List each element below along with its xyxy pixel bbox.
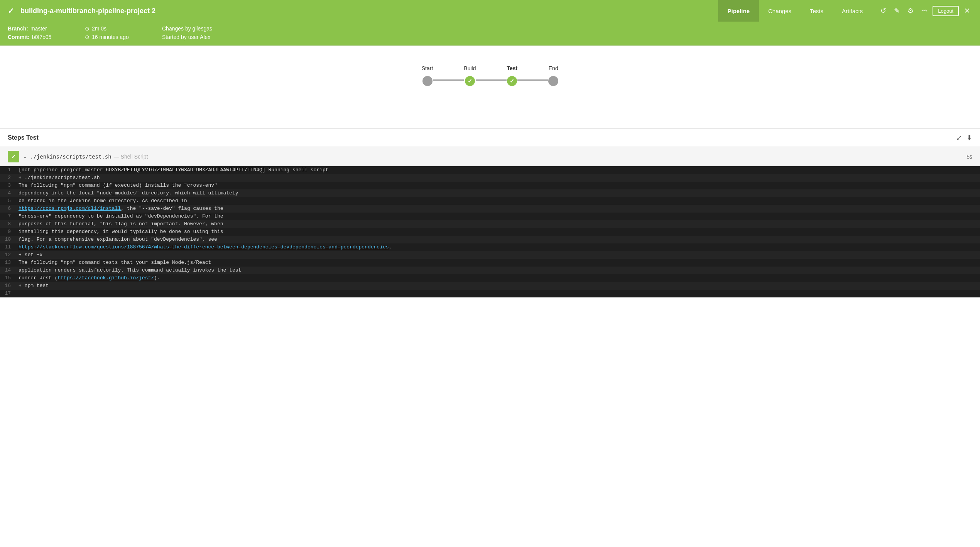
log-line-content: runner Jest (https://facebook.github.io/… xyxy=(15,274,980,282)
log-link[interactable]: https://stackoverflow.com/questions/1887… xyxy=(19,244,389,250)
log-line-number: 10 xyxy=(0,236,15,243)
connector-build-test xyxy=(476,79,507,81)
log-link[interactable]: https://facebook.github.io/jest/ xyxy=(57,275,154,281)
step-type: — Shell Script xyxy=(114,154,148,160)
log-line: 1[nch-pipeline-project_master-6O3YBZPEIT… xyxy=(0,166,980,174)
log-line-content: purposes of this tutorial, this flag is … xyxy=(15,220,980,228)
log-line: 16+ npm test xyxy=(0,282,980,290)
log-line-content: dependency into the local "node_modules"… xyxy=(15,189,980,197)
steps-section: Steps Test ⤢ ⬇ ✓ ⌄ ./jenkins/scripts/tes… xyxy=(0,128,980,297)
tab-tests[interactable]: Tests xyxy=(801,0,833,22)
log-line-number: 2 xyxy=(0,174,15,182)
log-line: 2+ ./jenkins/scripts/test.sh xyxy=(0,174,980,182)
log-line: 7"cross-env" dependency to be installed … xyxy=(0,213,980,220)
stage-build-node xyxy=(465,76,475,86)
page-title: building-a-multibranch-pipeline-project … xyxy=(20,7,712,15)
log-line: 15runner Jest (https://facebook.github.i… xyxy=(0,274,980,282)
logout-button[interactable]: Logout xyxy=(933,6,959,16)
header-actions: ↺ ✎ ⚙ ⤳ Logout ✕ xyxy=(878,5,972,17)
log-line: 9installing this dependency, it would ty… xyxy=(0,228,980,236)
log-line: 3The following "npm" command (if execute… xyxy=(0,182,980,189)
tab-pipeline[interactable]: Pipeline xyxy=(718,0,759,22)
step-collapse-icon[interactable]: ⌄ xyxy=(23,154,27,159)
log-line-number: 14 xyxy=(0,267,15,274)
log-line: 8purposes of this tutorial, this flag is… xyxy=(0,220,980,228)
step-name: ./jenkins/scripts/test.sh xyxy=(30,154,112,160)
log-line-number: 11 xyxy=(0,243,15,251)
reload-button[interactable]: ↺ xyxy=(878,5,889,17)
settings-button[interactable]: ⚙ xyxy=(905,5,916,17)
stage-build[interactable]: Build xyxy=(464,65,476,86)
log-line-content: be stored in the Jenkins home directory.… xyxy=(15,197,980,205)
log-line-content: "cross-env" dependency to be installed a… xyxy=(15,213,980,220)
log-line-content: flag. For a comprehensive explanation ab… xyxy=(15,236,980,243)
stage-end-label: End xyxy=(549,65,558,71)
log-line: 12+ set +x xyxy=(0,251,980,259)
log-line-number: 13 xyxy=(0,259,15,267)
log-line-content: [nch-pipeline-project_master-6O3YBZPEITQ… xyxy=(15,166,980,174)
log-line-content xyxy=(15,290,980,297)
log-line-content: https://stackoverflow.com/questions/1887… xyxy=(15,243,980,251)
log-line-number: 8 xyxy=(0,220,15,228)
commit-label: Commit: xyxy=(8,34,30,40)
log-output: 1[nch-pipeline-project_master-6O3YBZPEIT… xyxy=(0,166,980,297)
log-line-content: installing this dependency, it would typ… xyxy=(15,228,980,236)
log-line-content: + npm test xyxy=(15,282,980,290)
log-link[interactable]: https://docs.npmjs.com/cli/install xyxy=(19,206,121,211)
log-line-number: 15 xyxy=(0,274,15,282)
pipeline-section: Start Build Test End xyxy=(0,46,980,98)
step-status-icon: ✓ xyxy=(8,151,19,162)
close-button[interactable]: ✕ xyxy=(962,5,972,17)
log-line-number: 4 xyxy=(0,189,15,197)
log-line-number: 12 xyxy=(0,251,15,259)
stage-build-label: Build xyxy=(464,65,476,71)
duration-value: 2m 0s xyxy=(92,25,106,32)
step-item[interactable]: ✓ ⌄ ./jenkins/scripts/test.sh — Shell Sc… xyxy=(0,147,980,166)
stage-end[interactable]: End xyxy=(548,65,558,86)
log-line: 4dependency into the local "node_modules… xyxy=(0,189,980,197)
log-line-content: + set +x xyxy=(15,251,980,259)
duration-icon: ⊙ xyxy=(85,25,90,32)
stage-test-label: Test xyxy=(507,65,517,71)
exit-button[interactable]: ⤳ xyxy=(919,5,929,17)
steps-header-actions: ⤢ ⬇ xyxy=(956,133,972,142)
log-line-number: 17 xyxy=(0,290,15,297)
header-nav: Pipeline Changes Tests Artifacts xyxy=(718,0,872,22)
log-line-number: 6 xyxy=(0,205,15,213)
log-line-content: + ./jenkins/scripts/test.sh xyxy=(15,174,980,182)
log-line: 6https://docs.npmjs.com/cli/install, the… xyxy=(0,205,980,213)
connector-test-end xyxy=(517,79,548,81)
changes-text: Changes by gilesgas xyxy=(162,25,972,32)
log-line-number: 16 xyxy=(0,282,15,290)
steps-title: Steps Test xyxy=(8,134,39,141)
tab-artifacts[interactable]: Artifacts xyxy=(833,0,872,22)
log-line-content: The following "npm" command (if executed… xyxy=(15,182,980,189)
log-line: 10flag. For a comprehensive explanation … xyxy=(0,236,980,243)
branch-label: Branch: xyxy=(8,25,28,32)
log-line-number: 9 xyxy=(0,228,15,236)
main-header: ✓ building-a-multibranch-pipeline-projec… xyxy=(0,0,980,22)
stage-end-node xyxy=(548,76,558,86)
stage-test[interactable]: Test xyxy=(507,65,517,86)
log-line-number: 5 xyxy=(0,197,15,205)
stage-start-label: Start xyxy=(422,65,433,71)
started-text: Started by user Alex xyxy=(162,34,972,40)
spacer xyxy=(0,98,980,128)
expand-log-button[interactable]: ⤢ xyxy=(956,133,962,142)
log-line: 13The following "npm" command tests that… xyxy=(0,259,980,267)
edit-button[interactable]: ✎ xyxy=(892,5,902,17)
connector-start-build xyxy=(433,79,464,81)
download-log-button[interactable]: ⬇ xyxy=(966,133,972,142)
log-line-content: https://docs.npmjs.com/cli/install, the … xyxy=(15,205,980,213)
sub-header: Branch: master ⊙ 2m 0s Changes by gilesg… xyxy=(0,22,980,46)
log-line: 5be stored in the Jenkins home directory… xyxy=(0,197,980,205)
commit-value: b0f7b05 xyxy=(32,34,52,40)
pipeline-stages: Start Build Test End xyxy=(422,65,558,86)
stage-test-node xyxy=(507,76,517,86)
stage-start[interactable]: Start xyxy=(422,65,433,86)
tab-changes[interactable]: Changes xyxy=(759,0,801,22)
log-line: 14application renders satisfactorily. Th… xyxy=(0,267,980,274)
time-icon: ⊙ xyxy=(85,34,90,40)
steps-header: Steps Test ⤢ ⬇ xyxy=(0,129,980,147)
log-line-content: application renders satisfactorily. This… xyxy=(15,267,980,274)
